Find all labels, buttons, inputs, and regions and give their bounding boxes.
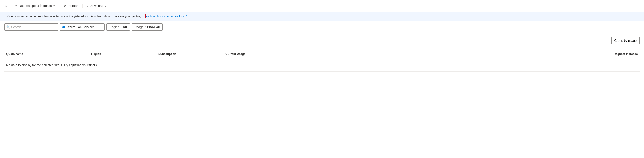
region-filter-label: Region xyxy=(110,25,119,29)
usage-filter-value: Show all xyxy=(147,25,160,29)
info-banner: ℹ One or more resource providers selecte… xyxy=(0,12,644,21)
main-container: » ✏ Request quota increase ∨ ↻ Refresh ↓… xyxy=(0,0,644,158)
table-area: Group by usage Quota name Region Subscri… xyxy=(0,33,644,158)
refresh-label: Refresh xyxy=(67,4,78,7)
filter-bar: 🔍 Azure Lab Services ▾ Region : All Usag… xyxy=(0,21,644,33)
column-current-usage[interactable]: Current Usage ↓ xyxy=(224,51,313,56)
search-box[interactable]: 🔍 xyxy=(4,23,58,30)
table-body: No data to display for the selected filt… xyxy=(4,59,640,158)
download-label: Download xyxy=(90,4,103,7)
group-by-usage-button[interactable]: Group by usage xyxy=(611,37,640,44)
collapse-sidebar-button[interactable]: » xyxy=(3,2,10,9)
refresh-button[interactable]: ↻ Refresh xyxy=(61,2,80,9)
info-icon: ℹ xyxy=(4,14,6,18)
edit-icon: ✏ xyxy=(15,4,18,7)
region-filter-value: All xyxy=(123,25,127,29)
info-message: One or more resource providers selected … xyxy=(8,14,141,18)
toolbar-divider-1 xyxy=(59,3,59,8)
column-quota-name: Quota name xyxy=(4,51,90,56)
azure-lab-services-icon xyxy=(62,25,66,29)
toolbar: » ✏ Request quota increase ∨ ↻ Refresh ↓… xyxy=(0,0,644,12)
service-name: Azure Lab Services xyxy=(67,25,100,29)
service-dropdown-chevron: ▾ xyxy=(102,26,103,28)
table-header: Quota name Region Subscription Current U… xyxy=(4,49,640,59)
request-quota-button[interactable]: ✏ Request quota increase ∨ xyxy=(12,2,57,9)
column-region: Region xyxy=(90,51,156,56)
usage-filter-label: Usage xyxy=(134,25,144,29)
svg-point-2 xyxy=(63,26,65,27)
download-icon: ↓ xyxy=(86,4,88,7)
search-input[interactable] xyxy=(11,25,56,29)
request-quota-chevron: ∨ xyxy=(53,4,55,7)
register-link-text: register the resource provider. xyxy=(146,15,185,18)
download-button[interactable]: ↓ Download ∨ xyxy=(84,2,109,9)
refresh-icon: ↻ xyxy=(63,4,66,7)
request-quota-label: Request quota increase xyxy=(19,4,52,7)
usage-filter[interactable]: Usage : Show all xyxy=(132,23,162,30)
service-dropdown[interactable]: Azure Lab Services ▾ xyxy=(60,23,105,30)
empty-state-message: No data to display for the selected filt… xyxy=(4,59,640,72)
region-filter[interactable]: Region : All xyxy=(106,23,130,30)
register-provider-link[interactable]: register the resource provider. ↗ xyxy=(146,14,188,18)
search-icon: 🔍 xyxy=(6,25,10,28)
column-request-increase: Request Increase xyxy=(313,51,640,56)
toolbar-divider-2 xyxy=(82,3,82,8)
external-link-icon: ↗ xyxy=(186,14,187,17)
sort-descending-icon: ↓ xyxy=(246,53,248,55)
collapse-icon: » xyxy=(5,4,7,7)
download-chevron: ∨ xyxy=(105,4,106,7)
column-subscription: Subscription xyxy=(156,51,224,56)
group-by-usage-label: Group by usage xyxy=(614,39,636,42)
